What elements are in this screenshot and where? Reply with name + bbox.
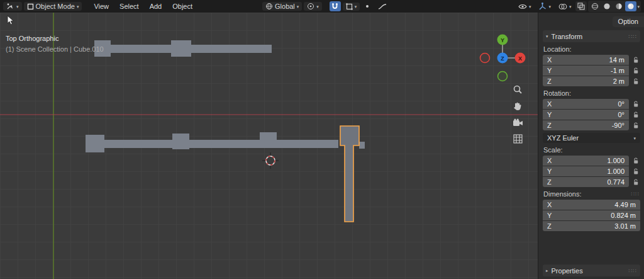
viewport-header: ▾ Object Mode ▾ View Select Add Object G… [0,0,644,13]
panel-grip-icon[interactable]: ∷∷ [629,268,637,274]
lock-rotation-z-icon[interactable] [631,122,640,129]
axis-value: 4.49 m [614,201,636,208]
lock-location-z-icon[interactable] [631,78,640,85]
shading-rendered-button[interactable] [625,1,636,11]
panel-header-properties[interactable]: ▸ Properties ∷∷ [543,265,640,276]
dimensions-x-field[interactable]: X 4.49 m [543,200,640,210]
snap-toggle-button[interactable] [330,1,341,11]
location-y-field[interactable]: Y -1 m [543,65,629,76]
pivot-point-dropdown[interactable]: ▾ [304,2,322,11]
panel-grip-icon[interactable]: ∷∷ [631,191,640,197]
shading-mode-group: ▾ [588,1,641,12]
options-dropdown[interactable]: Option [613,16,644,27]
toggle-grid-icon[interactable] [513,134,523,144]
viewport-nav-tools [511,84,524,144]
proportional-falloff-dropdown[interactable] [375,3,390,11]
mode-label: Object Mode [36,3,75,10]
chevron-down-icon: ▾ [637,4,640,9]
scale-y-field[interactable]: Y 1.000 [543,166,629,176]
lock-rotation-y-icon[interactable] [631,111,640,118]
location-fields: X 14 m Y -1 m Z 2 m [543,55,640,86]
lock-scale-x-icon[interactable] [631,157,640,164]
axis-value: 0° [618,100,625,108]
camera-view-icon[interactable] [513,118,523,127]
axis-label: Z [547,77,552,85]
xray-toggle-button[interactable] [575,1,587,11]
shading-material-button[interactable] [613,1,625,11]
panel-header-transform[interactable]: ▾ Transform ∷∷ [543,30,640,42]
location-x-field[interactable]: X 14 m [543,55,629,65]
scale-z-field[interactable]: Z 0.774 [543,177,629,187]
scale-x-field[interactable]: X 1.000 [543,156,629,166]
mesh-object[interactable] [86,135,104,152]
location-z-field[interactable]: Z 2 m [543,76,629,86]
gizmo-y-label: Y [501,37,504,43]
gizmos-dropdown[interactable]: ▾ [535,2,554,11]
rotation-fields: X 0° Y 0° Z -90° [543,99,640,130]
chevron-down-icon: ▾ [633,136,636,140]
caret-right-icon: ▸ [546,268,548,273]
zoom-tool-icon[interactable] [513,84,523,94]
material-sphere-icon [615,3,623,10]
axis-value: -90° [612,122,625,129]
lock-rotation-x-icon[interactable] [631,101,640,108]
menu-select[interactable]: Select [115,2,143,11]
properties-panel-title: Properties [552,267,583,275]
mesh-object[interactable] [260,132,277,148]
mesh-object[interactable] [359,142,365,149]
axis-label: X [547,56,552,64]
snap-target-dropdown[interactable]: ▾ [343,3,360,11]
menu-object[interactable]: Object [168,2,197,11]
axis-value: 1.000 [607,157,625,164]
3d-cursor [262,152,279,169]
dimensions-z-field[interactable]: Z 3.01 m [543,221,640,231]
view-axis-gizmo[interactable]: Y X Z [480,35,526,81]
overlays-icon [558,3,567,10]
axis-label: X [547,157,552,164]
axis-value: 2 m [613,77,625,85]
mesh-object[interactable] [171,40,191,57]
menu-add[interactable]: Add [145,2,167,11]
caret-down-icon: ▾ [546,34,548,38]
transform-orientation-dropdown[interactable]: Global ▾ [262,2,302,11]
wireframe-sphere-icon [591,3,599,10]
proportional-editing-button[interactable] [362,1,373,11]
mesh-object[interactable] [172,134,189,149]
axis-label: Y [547,67,552,74]
mode-dropdown[interactable]: Object Mode ▾ [24,2,82,11]
lock-scale-z-icon[interactable] [631,179,640,186]
rotation-x-field[interactable]: X 0° [543,99,629,109]
chevron-down-icon: ▾ [16,4,19,9]
visibility-dropdown[interactable]: ▾ [515,3,535,11]
lock-scale-y-icon[interactable] [631,168,640,175]
mesh-object[interactable] [86,140,338,148]
scale-label: Scale: [543,146,640,154]
menu-view[interactable]: View [89,2,113,11]
gizmo-axis-y-neg[interactable] [498,72,508,81]
gizmo-x-label: X [518,55,522,62]
axis-label: Y [547,168,552,175]
rotation-y-field[interactable]: Y 0° [543,110,629,120]
magnet-icon [331,3,338,10]
gizmo-axis-x-neg[interactable] [480,54,490,63]
rotation-mode-dropdown[interactable]: XYZ Euler ▾ [543,133,640,143]
scale-fields: X 1.000 Y 1.000 Z 0.774 [543,156,640,187]
lock-location-x-icon[interactable] [631,57,640,64]
pan-hand-tool-icon[interactable] [513,101,523,111]
shading-wireframe-button[interactable] [589,1,601,11]
selected-mesh-object[interactable] [340,126,359,222]
mouse-cursor [8,16,13,25]
axis-value: 0.824 m [611,212,636,219]
shading-solid-button[interactable] [601,1,613,11]
editor-type-dropdown[interactable]: ▾ [3,2,22,11]
lock-location-y-icon[interactable] [631,67,640,74]
active-object-breadcrumb: (1) Scene Collection | Cube.010 [6,45,104,53]
axis-value: 14 m [609,56,625,64]
rotation-z-field[interactable]: Z -90° [543,120,629,130]
overlays-dropdown[interactable]: ▾ [555,3,575,11]
axis-label: Y [547,111,552,118]
panel-grip-icon[interactable]: ∷∷ [629,33,637,40]
dimensions-y-field[interactable]: Y 0.824 m [543,210,640,220]
3d-viewport[interactable]: Y X Z Top Orthographic (1) Scene Collect… [0,13,538,279]
orientation-globe-icon [265,3,273,10]
